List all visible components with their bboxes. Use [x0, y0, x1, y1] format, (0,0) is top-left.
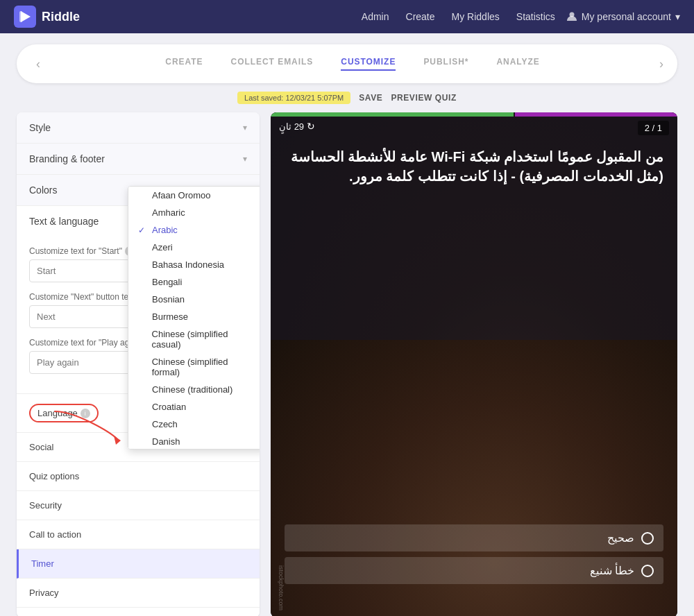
language-row: Language i Afaan Oromoo Amharic ✓: [17, 394, 260, 433]
answer-option-2[interactable]: خطأ شنيع: [285, 557, 663, 584]
lang-afaan-oromoo[interactable]: Afaan Oromoo: [128, 187, 260, 204]
lang-danish[interactable]: Danish: [128, 433, 260, 450]
user-icon: [566, 11, 577, 22]
nav-create[interactable]: Create: [406, 11, 435, 22]
progress-purple: [515, 112, 677, 117]
sidebar-security[interactable]: Security: [17, 491, 260, 520]
save-bar: Last saved: 12/03/21 5:07PM SAVE PREVIEW…: [17, 92, 677, 104]
lang-chinese-traditional[interactable]: Chinese (traditional): [128, 381, 260, 398]
account-menu[interactable]: My personal account ▾: [566, 11, 680, 22]
header-nav: Admin Create My Riddles Statistics: [362, 11, 555, 22]
style-section: Style ▾: [17, 112, 260, 144]
style-label: Style: [29, 122, 51, 133]
radio-1: [641, 532, 654, 545]
lang-croatian[interactable]: Croatian: [128, 398, 260, 416]
nav-next-arrow[interactable]: ›: [659, 57, 663, 71]
language-label[interactable]: Language i: [29, 404, 99, 422]
tab-collect-emails[interactable]: COLLECT EMAILS: [231, 57, 314, 71]
sidebar-timer[interactable]: Timer: [17, 549, 260, 579]
style-chevron: ▾: [243, 123, 247, 132]
branding-header[interactable]: Branding & footer ▾: [17, 144, 260, 174]
top-nav-card: ‹ CREATE COLLECT EMAILS CUSTOMIZE PUBLIS…: [17, 44, 677, 83]
logo-area: Riddle: [14, 6, 362, 28]
branding-chevron: ▾: [243, 154, 247, 164]
lang-amharic[interactable]: Amharic: [128, 204, 260, 221]
sidebar-call-to-action[interactable]: Call to action: [17, 520, 260, 549]
branding-section: Branding & footer ▾: [17, 144, 260, 175]
top-nav-items: CREATE COLLECT EMAILS CUSTOMIZE PUBLISH*…: [46, 57, 659, 71]
lang-azeri[interactable]: Azeri: [128, 239, 260, 256]
tab-publish[interactable]: PUBLISH*: [423, 57, 468, 71]
question-text: من المقبول عمومًا استخدام شبكة Wi-Fi عام…: [285, 147, 663, 186]
quiz-preview: ↻ 29 ثانٍ 2 / 1 من المقبول عمومًا استخدا…: [271, 112, 677, 616]
style-header[interactable]: Style ▾: [17, 112, 260, 143]
radio-2: [641, 565, 654, 577]
last-saved-badge: Last saved: 12/03/21 5:07PM: [237, 92, 350, 104]
nav-admin[interactable]: Admin: [362, 11, 389, 22]
nav-prev-arrow[interactable]: ‹: [31, 57, 46, 71]
svg-rect-2: [19, 11, 22, 22]
sidebar-css-editor[interactable]: CSS editor: [17, 608, 260, 616]
lang-chinese-simplified-formal[interactable]: Chinese (simplified formal): [128, 353, 260, 381]
content-area: Style ▾ Branding & footer ▾ Colors ▾: [17, 112, 677, 616]
question-counter: 2 / 1: [638, 121, 669, 135]
account-label: My personal account: [582, 11, 671, 22]
option-text-1: صحيح: [607, 531, 634, 545]
colors-label: Colors: [29, 185, 57, 196]
lang-bosnian[interactable]: Bosnian: [128, 291, 260, 308]
branding-label: Branding & footer: [29, 153, 105, 164]
answer-option-1[interactable]: صحيح: [285, 524, 663, 551]
quiz-timer: ↻ 29 ثانٍ: [279, 121, 315, 132]
lang-bengali[interactable]: Bengali: [128, 273, 260, 291]
account-chevron: ▾: [675, 11, 680, 22]
lang-arabic[interactable]: ✓ Arabic: [128, 221, 260, 239]
tab-create[interactable]: CREATE: [165, 57, 203, 71]
tab-customize[interactable]: CUSTOMIZE: [341, 57, 396, 71]
watermark: istockphoto.com: [278, 565, 285, 610]
header: Riddle Admin Create My Riddles Statistic…: [0, 0, 694, 33]
save-button[interactable]: SAVE: [359, 93, 382, 103]
lang-bahasa-indonesia[interactable]: Bahasa Indonesia: [128, 256, 260, 273]
lang-chinese-simplified-casual[interactable]: Chinese (simplified casual): [128, 325, 260, 353]
right-panel: ↻ 29 ثانٍ 2 / 1 من المقبول عمومًا استخدا…: [271, 112, 677, 616]
text-language-label: Text & language: [29, 216, 99, 227]
nav-my-riddles[interactable]: My Riddles: [452, 11, 500, 22]
progress-green: [271, 112, 514, 117]
lang-czech[interactable]: Czech: [128, 416, 260, 433]
logo-text: Riddle: [42, 10, 80, 24]
answer-options: صحيح خطأ شنيع: [285, 524, 663, 590]
progress-bar-container: [271, 112, 677, 117]
sidebar-privacy[interactable]: Privacy: [17, 579, 260, 608]
language-dropdown[interactable]: Afaan Oromoo Amharic ✓ Arabic Azeri: [128, 186, 260, 450]
preview-quiz-button[interactable]: PREVIEW QUIZ: [391, 93, 457, 103]
main-wrapper: ‹ CREATE COLLECT EMAILS CUSTOMIZE PUBLIS…: [0, 33, 694, 616]
logo-icon: [14, 6, 36, 28]
nav-statistics[interactable]: Statistics: [516, 11, 555, 22]
sidebar-quiz-options[interactable]: Quiz options: [17, 462, 260, 491]
option-text-2: خطأ شنيع: [590, 564, 634, 577]
language-info-icon: i: [81, 409, 90, 418]
tab-analyze[interactable]: ANALYZE: [496, 57, 539, 71]
lang-burmese[interactable]: Burmese: [128, 308, 260, 325]
left-panel: Style ▾ Branding & footer ▾ Colors ▾: [17, 112, 260, 616]
